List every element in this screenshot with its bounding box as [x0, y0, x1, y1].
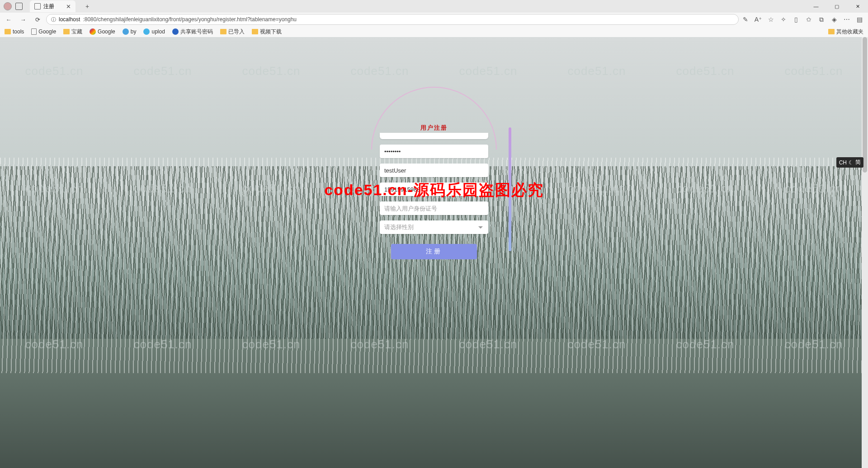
browser-chrome: 注册 ✕ + — ▢ ✕ ← → ⟳ ⓘ localhost:8080/chen… [0, 0, 868, 37]
register-form: 用户注册 请选择性别 注册 [371, 87, 497, 259]
address-bar-row: ← → ⟳ ⓘ localhost:8080/chengshilajifenle… [0, 13, 868, 26]
bookmark-video-download[interactable]: 视频下载 [252, 28, 282, 36]
close-tab-icon[interactable]: ✕ [66, 3, 71, 10]
bookmark-google2[interactable]: Google [90, 28, 115, 35]
bookmark-shared-accounts[interactable]: 共享账号密码 [172, 28, 213, 36]
ime-indicator[interactable]: CH ☾ 简 [836, 157, 863, 168]
gender-select[interactable]: 请选择性别 [380, 220, 488, 234]
folder-icon [5, 29, 11, 34]
more-icon[interactable]: ⋯ [843, 15, 851, 23]
page-viewport: code51.cncode51.cncode51.cncode51.cncode… [0, 37, 868, 468]
site-info-icon[interactable]: ⓘ [51, 16, 56, 23]
google-icon [90, 28, 96, 35]
phone-input[interactable] [380, 183, 488, 196]
collections-icon[interactable]: ▯ [792, 15, 800, 23]
edit-icon[interactable]: ✎ [741, 15, 750, 23]
password-input[interactable] [380, 145, 488, 158]
link-icon [172, 28, 179, 35]
bookmark-treasure[interactable]: 宝藏 [63, 28, 82, 36]
forward-button[interactable]: → [17, 14, 29, 25]
form-title: 用户注册 [371, 124, 497, 132]
form-side-accent [509, 127, 511, 251]
back-button[interactable]: ← [3, 14, 14, 25]
page-favicon-icon [34, 3, 41, 9]
ime-mode: 简 [855, 159, 861, 166]
idcard-input[interactable] [380, 201, 488, 215]
toolbar-extensions: ✎ A⁺ ☆ ✧ ▯ ✩ ⧉ ◈ ⋯ ▤ [741, 15, 865, 23]
profile-avatar-icon[interactable] [4, 2, 12, 10]
tab-actions-icon[interactable] [15, 3, 23, 10]
window-close-button[interactable]: ✕ [847, 0, 868, 13]
page-icon [31, 28, 37, 35]
url-host: localhost [59, 16, 80, 23]
url-path: :8080/chengshilajifenleiguanlixitong/fro… [83, 16, 297, 23]
history-icon[interactable]: ⧉ [817, 15, 826, 23]
extension2-icon[interactable]: ◈ [830, 15, 838, 23]
extension-puzzle-icon[interactable]: ✧ [779, 15, 788, 23]
link-icon [143, 28, 150, 35]
favorite-icon[interactable]: ☆ [767, 15, 775, 23]
link-icon [123, 28, 129, 35]
refresh-button[interactable]: ⟳ [32, 14, 43, 25]
bookmark-other[interactable]: 其他收藏夹 [828, 28, 863, 36]
window-maximize-button[interactable]: ▢ [826, 0, 847, 13]
browser-tab-active[interactable]: 注册 ✕ [30, 0, 75, 12]
window-titlebar: 注册 ✕ + — ▢ ✕ [0, 0, 868, 13]
sidebar-icon[interactable]: ▤ [855, 15, 863, 23]
read-aloud-icon[interactable]: A⁺ [754, 15, 762, 23]
bookmark-tools[interactable]: tools [5, 28, 24, 35]
bookmark-imported[interactable]: 已导入 [220, 28, 245, 36]
address-bar[interactable]: ⓘ localhost:8080/chengshilajifenleiguanl… [46, 14, 739, 25]
folder-icon [63, 29, 70, 34]
folder-icon [220, 29, 226, 34]
window-minimize-button[interactable]: — [806, 0, 826, 13]
ime-moon-icon: ☾ [849, 159, 854, 166]
register-button[interactable]: 注册 [391, 244, 477, 259]
folder-icon [828, 29, 835, 34]
username-input[interactable] [380, 164, 488, 177]
tab-title: 注册 [43, 3, 54, 10]
vertical-scrollbar[interactable] [862, 37, 868, 468]
bookmark-uplod[interactable]: uplod [143, 28, 165, 35]
favorites-bar-icon[interactable]: ✩ [805, 15, 813, 23]
new-tab-button[interactable]: + [82, 1, 93, 12]
scrollbar-thumb[interactable] [863, 37, 867, 173]
folder-icon [252, 29, 258, 34]
ime-lang: CH [839, 159, 847, 166]
account-input[interactable] [380, 133, 488, 139]
bookmark-by[interactable]: by [123, 28, 137, 35]
bookmarks-bar: tools Google 宝藏 Google by uplod 共享账号密码 已… [0, 26, 868, 37]
bookmark-google[interactable]: Google [31, 28, 56, 35]
